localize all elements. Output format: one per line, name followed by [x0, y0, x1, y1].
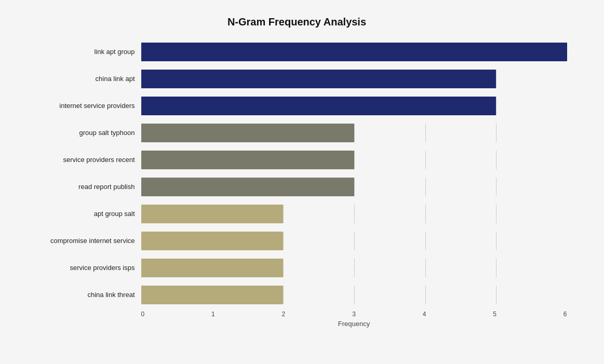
x-tick-row: 0123456: [141, 311, 567, 318]
bar-track: [141, 43, 567, 61]
x-tick: 2: [282, 311, 286, 318]
bar-label: link apt group: [27, 48, 141, 56]
bar-fill: [141, 43, 567, 61]
x-tick: 1: [211, 311, 215, 318]
bar-row: link apt group: [27, 38, 567, 65]
x-tick: 3: [352, 311, 356, 318]
x-tick: 4: [423, 311, 426, 318]
bar-fill: [141, 232, 283, 250]
bar-row: china link apt: [27, 65, 567, 92]
bar-row: internet service providers: [27, 92, 567, 119]
bar-row: apt group salt: [27, 200, 567, 227]
bar-track: [141, 151, 567, 169]
bar-track: [141, 97, 567, 115]
bar-track: [141, 286, 567, 304]
bar-row: service providers isps: [27, 254, 567, 281]
bar-fill: [141, 286, 283, 304]
x-tick: 5: [493, 311, 496, 318]
bar-track: [141, 232, 567, 250]
bar-label: compromise internet service: [27, 237, 141, 245]
bar-fill: [141, 124, 354, 142]
bar-track: [141, 178, 567, 196]
bar-label: china link threat: [27, 291, 141, 299]
chart-area: link apt groupchina link aptinternet ser…: [27, 38, 567, 308]
bar-fill: [141, 259, 283, 277]
bar-row: china link threat: [27, 281, 567, 308]
bar-row: compromise internet service: [27, 227, 567, 254]
bar-label: china link apt: [27, 75, 141, 83]
bar-fill: [141, 151, 354, 169]
x-axis-label: Frequency: [141, 320, 567, 328]
x-tick: 6: [563, 311, 567, 318]
bar-row: group salt typhoon: [27, 119, 567, 146]
chart-container: N-Gram Frequency Analysis link apt group…: [17, 6, 588, 359]
bar-track: [141, 259, 567, 277]
bar-row: read report publish: [27, 173, 567, 200]
bar-row: service providers recent: [27, 146, 567, 173]
bar-label: group salt typhoon: [27, 129, 141, 137]
chart-title: N-Gram Frequency Analysis: [27, 16, 567, 28]
bar-label: service providers isps: [27, 264, 141, 272]
bar-track: [141, 70, 567, 88]
bar-fill: [141, 70, 496, 88]
bar-track: [141, 205, 567, 223]
x-axis: 0123456: [141, 311, 567, 318]
bar-fill: [141, 178, 354, 196]
bar-label: read report publish: [27, 183, 141, 191]
bar-label: service providers recent: [27, 156, 141, 164]
bar-fill: [141, 97, 496, 115]
bar-fill: [141, 205, 283, 223]
bar-label: internet service providers: [27, 102, 141, 110]
x-tick: 0: [141, 311, 145, 318]
bar-track: [141, 124, 567, 142]
bar-label: apt group salt: [27, 210, 141, 218]
